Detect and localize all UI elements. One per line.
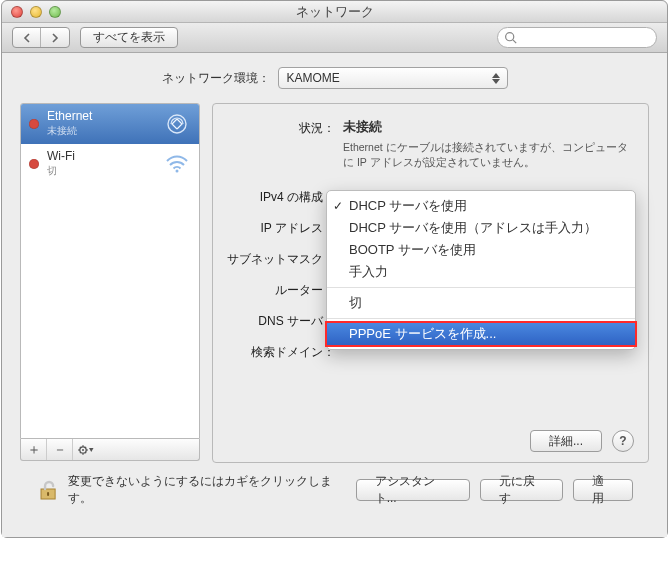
field-ip-address: IP アドレス： — [227, 218, 335, 237]
add-service-button[interactable]: ＋ — [21, 439, 47, 460]
lock-text: 変更できないようにするにはカギをクリックします。 — [68, 473, 336, 507]
apply-button[interactable]: 適用 — [573, 479, 633, 501]
close-icon[interactable] — [11, 6, 23, 18]
gear-dropdown-icon — [78, 444, 94, 456]
chevron-left-icon — [22, 33, 32, 43]
ipv4-config-menu[interactable]: ✓ DHCP サーバを使用 DHCP サーバを使用（アドレスは手入力） BOOT… — [326, 190, 636, 350]
updown-arrows-icon — [489, 73, 503, 84]
svg-point-0 — [506, 33, 514, 41]
menu-item-label: 切 — [349, 294, 362, 312]
menu-item-dhcp[interactable]: ✓ DHCP サーバを使用 — [327, 195, 635, 217]
svg-line-11 — [85, 452, 86, 453]
window-title: ネットワーク — [2, 3, 667, 21]
footer: 変更できないようにするにはカギをクリックします。 アシスタント... 元に戻す … — [20, 463, 649, 521]
field-search-domain: 検索ドメイン： — [227, 342, 335, 361]
remove-service-button[interactable]: － — [47, 439, 73, 460]
menu-item-off[interactable]: 切 — [327, 292, 635, 314]
svg-point-5 — [82, 449, 84, 451]
menu-item-label: DHCP サーバを使用（アドレスは手入力） — [349, 219, 597, 237]
assistant-button[interactable]: アシスタント... — [356, 479, 470, 501]
menu-item-label: DHCP サーバを使用 — [349, 197, 467, 215]
menu-item-bootp[interactable]: BOOTP サーバを使用 — [327, 239, 635, 261]
search-field[interactable] — [497, 27, 657, 48]
search-icon — [504, 31, 517, 44]
zoom-icon[interactable] — [49, 6, 61, 18]
wifi-icon — [163, 155, 191, 173]
status-label: 状況： — [227, 118, 335, 137]
iface-name: Ethernet — [47, 110, 92, 124]
lock-area[interactable]: 変更できないようにするにはカギをクリックします。 — [36, 473, 336, 507]
chevron-right-icon — [50, 33, 60, 43]
minimize-icon[interactable] — [30, 6, 42, 18]
search-input[interactable] — [521, 31, 650, 45]
location-row: ネットワーク環境： KAMOME — [20, 67, 649, 89]
menu-item-label: 手入力 — [349, 263, 388, 281]
check-icon: ✓ — [333, 199, 343, 213]
field-router: ルーター： — [227, 280, 335, 299]
menu-item-dhcp-manual[interactable]: DHCP サーバを使用（アドレスは手入力） — [327, 217, 635, 239]
menu-item-manual[interactable]: 手入力 — [327, 261, 635, 283]
revert-button[interactable]: 元に戻す — [480, 479, 563, 501]
iface-status: 未接続 — [47, 124, 92, 138]
svg-line-12 — [85, 446, 86, 447]
unlocked-padlock-icon — [36, 477, 60, 503]
service-sidebar: Ethernet 未接続 — [20, 103, 200, 463]
svg-point-3 — [176, 170, 179, 173]
status-dot-icon — [29, 159, 39, 169]
menu-separator — [327, 318, 635, 319]
back-button[interactable] — [13, 28, 41, 47]
svg-rect-14 — [47, 492, 49, 496]
service-list[interactable]: Ethernet 未接続 — [20, 103, 200, 439]
location-popup[interactable]: KAMOME — [278, 67, 508, 89]
status-dot-icon — [29, 119, 39, 129]
sidebar-item-ethernet[interactable]: Ethernet 未接続 — [21, 104, 199, 144]
status-value: 未接続 — [343, 118, 633, 136]
titlebar: ネットワーク — [2, 1, 667, 23]
iface-name: Wi-Fi — [47, 150, 75, 164]
service-toolbar: ＋ － — [20, 439, 200, 461]
field-ipv4-config: IPv4 の構成： — [227, 187, 335, 206]
nav-back-forward — [12, 27, 70, 48]
ethernet-arrows-icon — [163, 114, 191, 134]
field-subnet-mask: サブネットマスク： — [227, 249, 335, 268]
location-label: ネットワーク環境： — [162, 70, 270, 87]
svg-line-1 — [513, 40, 516, 43]
traffic-lights — [2, 6, 61, 18]
show-all-button[interactable]: すべてを表示 — [80, 27, 178, 48]
svg-line-10 — [80, 446, 81, 447]
forward-button[interactable] — [41, 28, 69, 47]
sidebar-item-wifi[interactable]: Wi-Fi 切 — [21, 144, 199, 184]
advanced-button[interactable]: 詳細... — [530, 430, 602, 452]
status-description: Ethernet にケーブルは接続されていますが、コンピュータに IP アドレス… — [343, 140, 633, 169]
help-button[interactable]: ? — [612, 430, 634, 452]
toolbar: すべてを表示 — [2, 23, 667, 53]
menu-item-label: PPPoE サービスを作成... — [349, 325, 496, 343]
iface-status: 切 — [47, 164, 75, 178]
svg-line-13 — [80, 452, 81, 453]
menu-separator — [327, 287, 635, 288]
menu-item-label: BOOTP サーバを使用 — [349, 241, 476, 259]
field-dns-server: DNS サーバ： — [227, 311, 335, 330]
location-value: KAMOME — [287, 71, 340, 85]
menu-item-create-pppoe[interactable]: PPPoE サービスを作成... — [327, 323, 635, 345]
service-actions-button[interactable] — [73, 439, 99, 460]
